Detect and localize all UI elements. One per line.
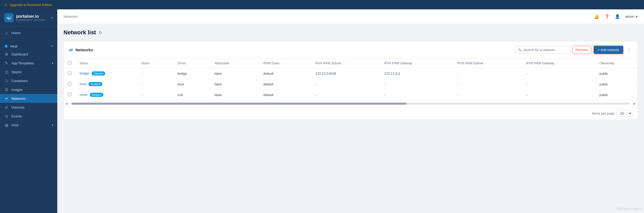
card-header: ⇌ Networks 🔍 Remove + Add network ⋮ xyxy=(64,41,637,59)
horizontal-scrollbar[interactable]: ◀ ▶ xyxy=(64,100,637,107)
scrollbar-track[interactable] xyxy=(71,103,630,105)
col-ipv6-gateway: IPV6 IPAM Gateway ↓↑ xyxy=(522,59,595,68)
help-icon[interactable]: ❓ xyxy=(604,14,610,19)
cell-name: none System xyxy=(76,90,137,100)
page-title: Network list xyxy=(64,29,96,36)
home-icon: ⌂ xyxy=(4,31,9,35)
row-checkbox[interactable] xyxy=(68,82,71,85)
row-checkbox[interactable] xyxy=(68,93,71,96)
items-per-page-select[interactable]: 10 25 50 100 xyxy=(617,110,632,117)
sidebar-item-events[interactable]: ◷ Events xyxy=(0,112,57,121)
cell-ipv4-gateway: - xyxy=(380,90,453,100)
refresh-icon[interactable]: ↻ xyxy=(99,30,102,35)
search-box[interactable]: 🔍 xyxy=(515,46,570,54)
cell-ipv4-gateway: 172.17.0.1 xyxy=(380,68,453,79)
sidebar-item-label: Volumes xyxy=(11,105,24,109)
cell-ipv6-subnet: - xyxy=(453,68,522,79)
table-row: host System - host false default - - - -… xyxy=(64,79,637,90)
scrollbar-thumb[interactable] xyxy=(71,103,407,105)
col-stack: Stack ↓↑ xyxy=(137,59,173,68)
col-ipv4-gateway: IPV4 IPAM Gateway ↓↑ xyxy=(380,59,453,68)
more-options-icon[interactable]: ⋮ xyxy=(626,46,632,54)
remove-button[interactable]: Remove xyxy=(572,46,591,54)
events-icon: ◷ xyxy=(4,114,9,118)
col-ipam-driver: IPAM Driver ↓↑ xyxy=(259,59,311,68)
cell-ipv6-subnet: - xyxy=(453,79,522,90)
sidebar-item-stacks[interactable]: ◫ Stacks xyxy=(0,67,57,76)
sidebar-item-networks[interactable]: ⇌ Networks xyxy=(0,94,57,103)
sidebar-item-label: Events xyxy=(11,114,22,118)
col-driver: Driver ↓↑ xyxy=(173,59,210,68)
networks-card: ⇌ Networks 🔍 Remove + Add network ⋮ xyxy=(64,41,638,120)
sidebar-item-label: Stacks xyxy=(11,70,22,74)
scroll-right-icon[interactable]: ▶ xyxy=(632,102,637,105)
sort-icon[interactable]: ↓↑ xyxy=(485,63,487,65)
sort-icon[interactable]: ↓↑ xyxy=(343,63,345,65)
network-link[interactable]: host xyxy=(80,82,86,86)
environment-name[interactable]: 🔷 local xyxy=(4,44,17,48)
environment-section: 🔷 local × ⊞ Dashboard ✎ App Templates ▾ … xyxy=(0,41,57,130)
cell-name: host System xyxy=(76,79,137,90)
cell-ipv6-gateway: - xyxy=(522,68,595,79)
chevron-down-icon: ▾ xyxy=(52,62,53,65)
collapse-button[interactable]: « xyxy=(51,15,53,20)
sidebar-item-label: App Templates xyxy=(11,61,34,65)
add-network-button[interactable]: + Add network xyxy=(593,46,623,54)
host-icon: ▤ xyxy=(4,123,9,127)
cell-driver: bridge xyxy=(173,68,210,79)
cell-stack: - xyxy=(137,68,173,79)
sort-icon[interactable]: ↓↑ xyxy=(187,63,190,65)
network-link[interactable]: none xyxy=(80,93,87,97)
sidebar-item-app-templates[interactable]: ✎ App Templates ▾ xyxy=(0,59,57,67)
upgrade-bar[interactable]: ⚠ Upgrade to Business Edition xyxy=(0,0,644,9)
col-ipv4-subnet: IPV4 IPAM Subnet ↓↑ xyxy=(311,59,380,68)
search-input[interactable] xyxy=(523,48,567,52)
select-all-checkbox[interactable] xyxy=(68,61,71,65)
cell-ipam-driver: default xyxy=(259,68,311,79)
cell-ipv4-subnet: - xyxy=(311,79,380,90)
sort-icon[interactable]: ↓↑ xyxy=(556,63,558,65)
page-content: Network list ↻ ⇌ Networks 🔍 Remove xyxy=(57,24,644,213)
cell-driver: null xyxy=(173,90,210,100)
cell-attachable: false xyxy=(210,79,259,90)
environment-close[interactable]: × xyxy=(51,44,53,48)
sidebar-item-containers[interactable]: ⬡ Containers xyxy=(0,76,57,85)
network-link[interactable]: bridge xyxy=(80,71,89,75)
bell-icon[interactable]: 🔔 xyxy=(594,14,599,19)
chevron-down-icon: ▾ xyxy=(52,124,53,127)
user-menu[interactable]: admin ▾ xyxy=(625,15,638,18)
scroll-left-icon[interactable]: ◀ xyxy=(64,102,69,105)
cell-ipv4-subnet: 172.17.0.0/16 xyxy=(311,68,380,79)
card-actions: 🔍 Remove + Add network ⋮ xyxy=(515,46,632,54)
volumes-icon: ⊙ xyxy=(4,105,9,109)
breadcrumb: Networks xyxy=(64,15,78,18)
sidebar-item-host[interactable]: ▤ Host ▾ xyxy=(0,121,57,129)
cell-attachable: false xyxy=(210,68,259,79)
sort-icon[interactable]: ↓↑ xyxy=(151,63,153,65)
env-icon: 🔷 xyxy=(4,44,8,48)
user-icon[interactable]: 👤 xyxy=(615,14,620,19)
page-title-row: Network list ↻ xyxy=(64,29,638,36)
sidebar-top-nav: ⌂ Home xyxy=(0,26,57,39)
sort-icon[interactable]: ↓↑ xyxy=(414,63,416,65)
cell-ipv6-gateway: - xyxy=(522,79,595,90)
cell-ipv6-gateway: - xyxy=(522,90,595,100)
sidebar-item-images[interactable]: ☰ Images xyxy=(0,85,57,94)
cell-name: bridge System xyxy=(76,68,137,79)
sidebar-item-volumes[interactable]: ⊙ Volumes xyxy=(0,103,57,112)
containers-icon: ⬡ xyxy=(4,79,9,83)
environment-header: 🔷 local × xyxy=(0,42,57,50)
row-checkbox[interactable] xyxy=(68,71,71,75)
sort-icon[interactable]: ↓↑ xyxy=(90,63,92,65)
cell-ipv4-subnet: - xyxy=(311,90,380,100)
networks-table: Name ↓↑ Stack ↓↑ Driver ↓↑ Attachable ↓↑ xyxy=(64,59,637,100)
col-ipv6-subnet: IPV6 IPAM Subnet ↓↑ xyxy=(453,59,522,68)
sidebar-item-dashboard[interactable]: ⊞ Dashboard xyxy=(0,50,57,59)
sort-icon[interactable]: ↓↑ xyxy=(282,63,284,65)
col-ownership: Ownership xyxy=(595,59,637,68)
sort-icon[interactable]: ↓↑ xyxy=(231,63,233,65)
table-wrapper: Name ↓↑ Stack ↓↑ Driver ↓↑ Attachable ↓↑ xyxy=(64,59,637,100)
sidebar: 🐳 portainer.io COMMUNITY EDITION « ⌂ Hom… xyxy=(0,9,57,213)
cell-ipv4-gateway: - xyxy=(380,79,453,90)
sidebar-item-home[interactable]: ⌂ Home xyxy=(0,28,57,37)
